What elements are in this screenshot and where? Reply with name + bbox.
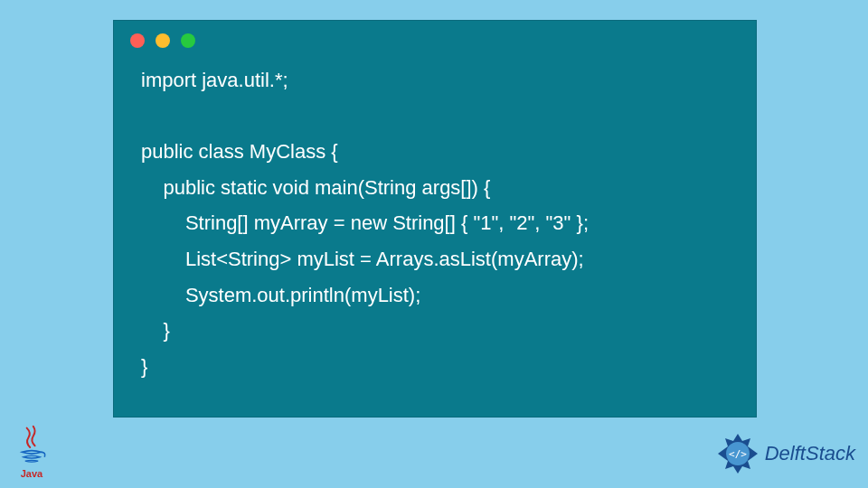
java-icon <box>14 425 49 470</box>
delftstack-logo: </> DelftStack <box>714 430 855 477</box>
delftstack-badge-icon: </> <box>714 430 761 477</box>
java-logo: Java <box>9 425 54 479</box>
java-label: Java <box>21 468 42 479</box>
minimize-dot <box>156 33 170 48</box>
code-content: import java.util.*; public class MyClass… <box>114 55 756 391</box>
svg-text:</>: </> <box>729 448 747 460</box>
window-controls <box>114 21 756 55</box>
close-dot <box>130 33 145 48</box>
delftstack-label: DelftStack <box>765 442 855 465</box>
code-window: import java.util.*; public class MyClass… <box>113 20 757 418</box>
maximize-dot <box>181 33 195 48</box>
